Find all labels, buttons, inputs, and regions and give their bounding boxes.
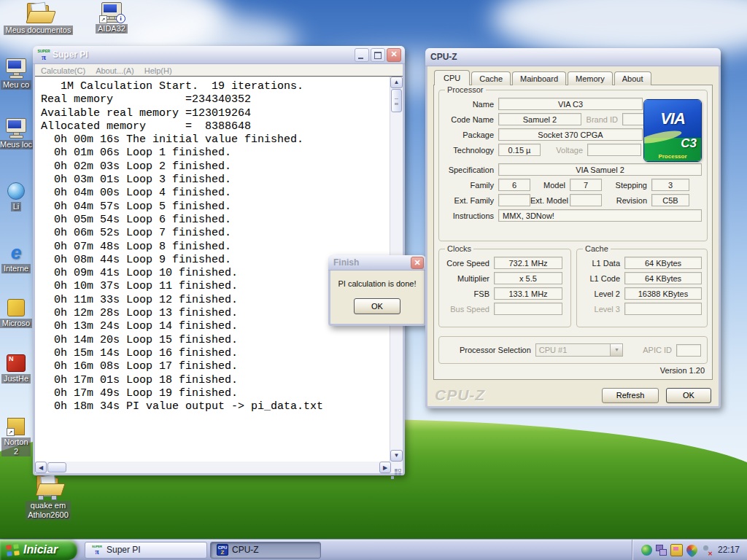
technology-field: 0.15 µ [498, 144, 541, 156]
name-field: VIA C3 [498, 98, 643, 110]
l1-code-label: L1 Code [582, 274, 624, 283]
family-label: Family [444, 181, 498, 190]
cpuz-tabs: CPU Cache Mainboard Memory About [434, 71, 719, 85]
color-shield-icon[interactable] [684, 542, 700, 557]
l1-data-row: L1 Data 64 KBytes [582, 257, 702, 269]
taskbar-item-cpuz[interactable]: CPU Z CPU-Z [210, 542, 321, 559]
menu-calculate[interactable]: Calculate(C) [41, 66, 96, 75]
tab-cpu[interactable]: CPU [434, 70, 470, 85]
close-button[interactable] [411, 257, 424, 269]
tab-mainboard[interactable]: Mainboard [512, 71, 566, 85]
core-speed-row: Core Speed 732.1 MHz [444, 257, 565, 269]
family-field: 6 [498, 179, 530, 191]
start-button[interactable]: Iniciar [0, 540, 77, 560]
fsb-row: FSB 133.1 MHz [444, 287, 565, 300]
combo-value: CPU #1 [536, 346, 611, 354]
network-places-icon [5, 118, 27, 138]
cpuz-title: CPU-Z [430, 52, 717, 62]
ext-model-field [570, 194, 602, 206]
cpuz-titlebar[interactable]: CPU-Z [425, 48, 721, 66]
revision-field: C5B [651, 194, 689, 206]
icon-label: Li [11, 202, 22, 211]
network-computers-icon[interactable] [656, 545, 667, 556]
scroll-up-icon[interactable]: ▲ [390, 77, 403, 88]
l1-data-field: 64 KBytes [624, 257, 702, 269]
finish-dialog: Finish PI calculation is done! OK [328, 255, 426, 326]
core-speed-label: Core Speed [444, 259, 494, 268]
minimize-button[interactable] [355, 48, 369, 62]
via-c3-logo: VIA C3 Processor [643, 99, 702, 162]
technology-label: Technology [444, 146, 498, 155]
finish-titlebar[interactable]: Finish [328, 255, 426, 271]
code-name-label: Code Name [444, 115, 498, 124]
tab-memory[interactable]: Memory [568, 71, 613, 85]
display-settings-icon[interactable] [670, 544, 683, 556]
offline-user-icon[interactable] [701, 545, 712, 556]
cache-groupbox: Cache L1 Data 64 KBytes L1 Code 64 KByte… [576, 249, 708, 327]
cache-group-label: Cache [583, 244, 611, 253]
specification-label: Specification [444, 166, 498, 174]
specification-field: VIA Samuel 2 [498, 163, 702, 176]
version-text: Version 1.20 [660, 366, 705, 375]
l1-code-field: 64 KBytes [624, 272, 702, 284]
level2-row: Level 2 16388 KBytes [582, 287, 702, 300]
apic-id-field [676, 344, 701, 357]
level2-field: 16388 KBytes [624, 287, 702, 300]
scrollbar-thumb[interactable] [47, 462, 66, 472]
l1-data-label: L1 Data [582, 259, 624, 268]
ext-family-field [498, 194, 530, 206]
internet-explorer-icon: e [11, 243, 21, 262]
close-button[interactable] [387, 48, 401, 62]
scroll-left-icon[interactable]: ◀ [35, 462, 47, 473]
fsb-label: FSB [444, 289, 494, 298]
ext-model-label: Ext. Model [530, 196, 570, 205]
chevron-down-icon[interactable]: ▼ [610, 344, 622, 356]
desktop-icon-aida32[interactable]: i ↗ AIDA32 [86, 2, 137, 34]
tab-about[interactable]: About [614, 71, 651, 85]
icon-label: Norton2 [1, 438, 30, 456]
scroll-right-icon[interactable]: ▶ [379, 462, 391, 473]
superpi-titlebar[interactable]: SUPER π Super PI [33, 46, 405, 64]
taskbar-clock: 22:17 [718, 545, 740, 555]
icon-label: Interne [1, 264, 31, 273]
windows-flag-icon [6, 544, 19, 556]
finish-message: PI calculation is done! [330, 279, 424, 288]
apic-id-label: APIC ID [633, 346, 676, 354]
multiplier-field: x 5.5 [494, 272, 562, 284]
gold-app-icon: ↗ [7, 418, 25, 435]
maximize-button[interactable] [371, 48, 385, 62]
refresh-button[interactable]: Refresh [602, 388, 659, 403]
cpuz-app-icon: CPU Z [217, 544, 228, 556]
menu-help[interactable]: Help(H) [144, 66, 182, 75]
level3-field [624, 303, 702, 315]
bus-speed-field [494, 303, 562, 315]
desktop-icon-quake-shared-folder[interactable]: quake emAthlon2600 [10, 475, 86, 520]
icon-label: Meu co [1, 80, 31, 90]
processor-selection-combo[interactable]: CPU #1 ▼ [535, 343, 624, 357]
taskbar: Iniciar SUPER π Super PI CPU Z CPU-Z 22:… [0, 539, 747, 560]
superpi-app-icon: SUPER π [91, 544, 103, 556]
horizontal-scrollbar[interactable]: ◀ ▶ [35, 462, 391, 473]
icon-label: AIDA32 [96, 24, 128, 34]
resize-grip[interactable] [391, 462, 403, 473]
scrollbar-thumb[interactable] [391, 89, 402, 112]
scroll-down-icon[interactable]: ▼ [390, 450, 403, 462]
ok-button[interactable]: OK [354, 298, 400, 314]
icon-label: quake emAthlon2600 [26, 501, 71, 520]
level3-row: Level 3 [582, 303, 702, 315]
shortcut-arrow-icon: ↗ [99, 15, 107, 23]
menu-about[interactable]: About...(A) [96, 66, 144, 75]
desktop-icon-meus-documentos[interactable]: Meus documentos [0, 3, 77, 35]
ok-button[interactable]: OK [666, 388, 711, 403]
taskbar-item-superpi[interactable]: SUPER π Super PI [85, 542, 207, 559]
tab-cache[interactable]: Cache [471, 71, 511, 85]
instructions-row: Instructions MMX, 3DNow! [444, 209, 702, 222]
cpuz-watermark: CPU-Z [435, 386, 602, 404]
icon-label: Meus documentos [4, 26, 74, 35]
info-badge-icon: i [116, 14, 125, 23]
messenger-ball-icon[interactable] [641, 545, 652, 556]
finish-title: Finish [333, 257, 409, 268]
system-tray: 22:17 [632, 540, 747, 560]
icon-label: JustHe [1, 374, 31, 384]
l1-code-row: L1 Code 64 KBytes [582, 272, 702, 284]
